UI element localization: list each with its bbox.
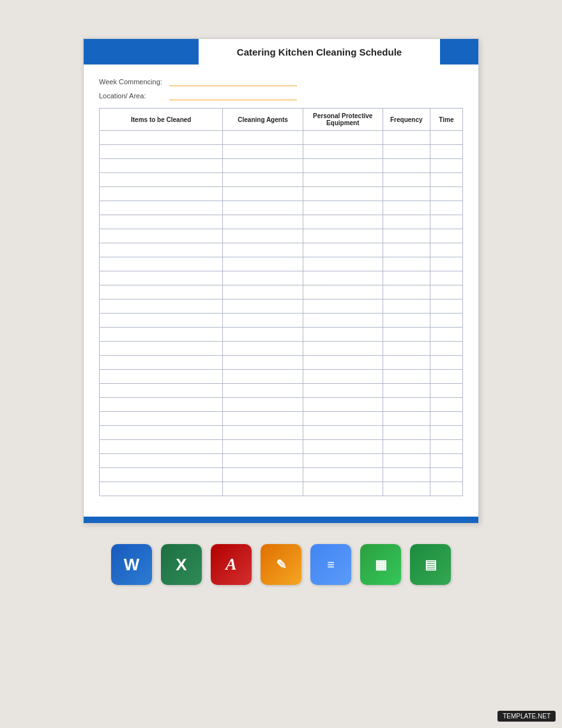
- table-cell[interactable]: [303, 271, 383, 285]
- table-cell[interactable]: [430, 257, 462, 271]
- table-cell[interactable]: [430, 384, 462, 398]
- table-cell[interactable]: [383, 300, 430, 314]
- table-cell[interactable]: [383, 454, 430, 468]
- gsheets-icon[interactable]: ▤: [410, 544, 451, 585]
- table-cell[interactable]: [303, 159, 383, 173]
- table-cell[interactable]: [383, 468, 430, 482]
- table-cell[interactable]: [100, 412, 223, 426]
- table-cell[interactable]: [430, 328, 462, 342]
- table-cell[interactable]: [303, 468, 383, 482]
- table-cell[interactable]: [223, 300, 303, 314]
- table-cell[interactable]: [383, 229, 430, 243]
- table-cell[interactable]: [100, 145, 223, 159]
- table-cell[interactable]: [303, 215, 383, 229]
- table-cell[interactable]: [383, 271, 430, 285]
- table-cell[interactable]: [223, 426, 303, 440]
- table-cell[interactable]: [223, 314, 303, 328]
- table-cell[interactable]: [223, 370, 303, 384]
- table-cell[interactable]: [303, 342, 383, 356]
- table-cell[interactable]: [383, 440, 430, 454]
- table-row[interactable]: [100, 314, 463, 328]
- table-cell[interactable]: [303, 398, 383, 412]
- table-cell[interactable]: [303, 426, 383, 440]
- table-cell[interactable]: [303, 173, 383, 187]
- table-cell[interactable]: [100, 215, 223, 229]
- table-row[interactable]: [100, 215, 463, 229]
- table-cell[interactable]: [223, 468, 303, 482]
- table-row[interactable]: [100, 243, 463, 257]
- table-row[interactable]: [100, 145, 463, 159]
- table-cell[interactable]: [303, 440, 383, 454]
- week-commencing-input[interactable]: [169, 77, 297, 86]
- table-cell[interactable]: [100, 468, 223, 482]
- word-icon[interactable]: W: [111, 544, 152, 585]
- table-row[interactable]: [100, 398, 463, 412]
- table-cell[interactable]: [383, 187, 430, 201]
- table-cell[interactable]: [223, 229, 303, 243]
- table-row[interactable]: [100, 257, 463, 271]
- table-row[interactable]: [100, 285, 463, 300]
- table-cell[interactable]: [383, 328, 430, 342]
- table-row[interactable]: [100, 412, 463, 426]
- table-cell[interactable]: [100, 454, 223, 468]
- numbers-icon[interactable]: ▦: [360, 544, 401, 585]
- table-cell[interactable]: [100, 314, 223, 328]
- table-cell[interactable]: [303, 285, 383, 300]
- table-cell[interactable]: [100, 271, 223, 285]
- table-row[interactable]: [100, 229, 463, 243]
- table-cell[interactable]: [223, 257, 303, 271]
- table-row[interactable]: [100, 328, 463, 342]
- table-cell[interactable]: [430, 229, 462, 243]
- table-cell[interactable]: [383, 257, 430, 271]
- table-cell[interactable]: [100, 482, 223, 496]
- table-cell[interactable]: [100, 229, 223, 243]
- table-cell[interactable]: [100, 342, 223, 356]
- table-cell[interactable]: [430, 314, 462, 328]
- table-cell[interactable]: [223, 356, 303, 370]
- table-row[interactable]: [100, 454, 463, 468]
- table-cell[interactable]: [223, 342, 303, 356]
- table-cell[interactable]: [100, 328, 223, 342]
- table-cell[interactable]: [303, 145, 383, 159]
- table-row[interactable]: [100, 173, 463, 187]
- table-cell[interactable]: [223, 145, 303, 159]
- table-cell[interactable]: [303, 412, 383, 426]
- table-row[interactable]: [100, 384, 463, 398]
- table-cell[interactable]: [223, 187, 303, 201]
- table-cell[interactable]: [383, 243, 430, 257]
- table-cell[interactable]: [430, 243, 462, 257]
- table-cell[interactable]: [223, 159, 303, 173]
- table-cell[interactable]: [430, 187, 462, 201]
- table-cell[interactable]: [303, 187, 383, 201]
- table-cell[interactable]: [223, 201, 303, 215]
- table-cell[interactable]: [383, 356, 430, 370]
- table-cell[interactable]: [383, 201, 430, 215]
- table-cell[interactable]: [383, 215, 430, 229]
- table-cell[interactable]: [383, 384, 430, 398]
- table-cell[interactable]: [430, 145, 462, 159]
- table-cell[interactable]: [100, 384, 223, 398]
- table-cell[interactable]: [383, 285, 430, 300]
- table-cell[interactable]: [430, 215, 462, 229]
- table-cell[interactable]: [303, 454, 383, 468]
- table-cell[interactable]: [100, 201, 223, 215]
- table-cell[interactable]: [430, 356, 462, 370]
- table-cell[interactable]: [303, 229, 383, 243]
- table-cell[interactable]: [430, 159, 462, 173]
- table-cell[interactable]: [100, 243, 223, 257]
- table-row[interactable]: [100, 300, 463, 314]
- table-cell[interactable]: [383, 342, 430, 356]
- table-cell[interactable]: [100, 131, 223, 145]
- table-cell[interactable]: [303, 300, 383, 314]
- table-cell[interactable]: [100, 159, 223, 173]
- table-cell[interactable]: [430, 482, 462, 496]
- table-cell[interactable]: [303, 370, 383, 384]
- table-cell[interactable]: [223, 215, 303, 229]
- table-cell[interactable]: [100, 187, 223, 201]
- table-cell[interactable]: [430, 412, 462, 426]
- table-cell[interactable]: [100, 398, 223, 412]
- table-cell[interactable]: [303, 314, 383, 328]
- table-row[interactable]: [100, 131, 463, 145]
- table-cell[interactable]: [223, 131, 303, 145]
- table-cell[interactable]: [303, 384, 383, 398]
